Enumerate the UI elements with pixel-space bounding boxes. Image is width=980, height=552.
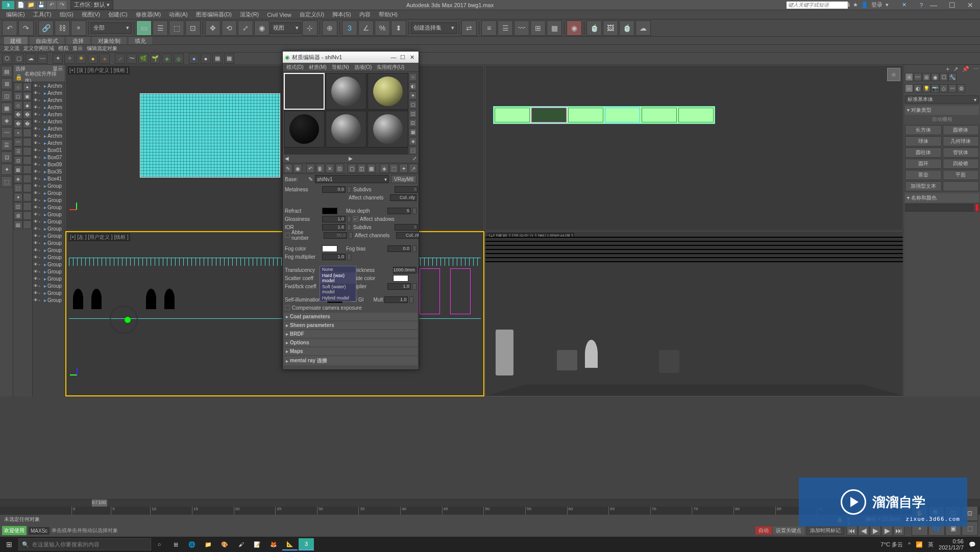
select-window[interactable]: ⊡	[185, 20, 201, 36]
obj-tree[interactable]: 🌿	[138, 54, 149, 64]
rollout-Coat parameters[interactable]: ▸Coat parameters	[284, 313, 418, 320]
scene-item[interactable]: 👁•▸Box41	[33, 175, 65, 182]
seicon-6a[interactable]: 〰	[14, 138, 22, 146]
seicon-15a[interactable]: ▤	[14, 220, 22, 229]
unlink-button[interactable]: ⛓	[55, 20, 70, 36]
render-setup[interactable]: 🍵	[586, 20, 602, 36]
add-time-tag[interactable]: 添加时间标记	[806, 526, 844, 535]
mat-slot-6[interactable]	[368, 111, 408, 147]
mat-type-button[interactable]: VRayMtl	[391, 175, 416, 183]
placement-button[interactable]: ◉	[254, 20, 270, 36]
matmenu-导航(N)[interactable]: 导航(N)	[329, 63, 352, 71]
move-button[interactable]: ✥	[205, 20, 220, 36]
matvtool-6[interactable]: ▦	[409, 128, 417, 136]
workspace-selector[interactable]: 工作区: 默认 ▾	[70, 0, 113, 10]
tray-up[interactable]: ^	[908, 541, 911, 547]
snap-toggle[interactable]: 3	[342, 20, 357, 36]
lefttool-3[interactable]: ▦	[1, 103, 12, 114]
scene-item[interactable]: 👁•▸Group	[33, 268, 65, 275]
manip-button[interactable]: ⊕	[322, 20, 337, 36]
menu-组(G)[interactable]: 组(G)	[56, 10, 78, 19]
play-end[interactable]: ⏭	[893, 525, 904, 536]
help-search[interactable]	[787, 2, 848, 9]
matvtool-7[interactable]: ◈	[409, 137, 417, 145]
scene-item[interactable]: 👁•▸Archm	[33, 118, 65, 125]
scene-item[interactable]: 👁•▸Archm	[33, 132, 65, 139]
seicon-9b[interactable]	[23, 165, 32, 174]
mattb-6[interactable]: ⊡	[335, 164, 344, 173]
matvtool-5[interactable]: ⊡	[409, 119, 417, 127]
ribbonsub-定义空闲区域[interactable]: 定义空闲区域	[23, 45, 54, 52]
help-icon[interactable]: ?	[920, 2, 923, 8]
seicon-0b[interactable]: ●	[23, 83, 32, 91]
create-平面[interactable]: 平面	[943, 170, 979, 180]
seicon-8a[interactable]: ⊡	[14, 156, 22, 165]
schematic-button[interactable]: ⊞	[530, 20, 546, 36]
minimize-button[interactable]: —	[926, 1, 941, 9]
viewport-front[interactable]: 前	[485, 65, 904, 231]
cam-cat[interactable]: 📷	[931, 84, 939, 92]
seicon-13a[interactable]: ◫	[14, 202, 22, 211]
ribbon-toggle[interactable]: ▦	[547, 20, 562, 36]
scene-item[interactable]: 👁•▸Box35	[33, 168, 65, 175]
cp-add-icon[interactable]: +	[946, 66, 949, 73]
light-cat[interactable]: 💡	[922, 84, 930, 92]
maxscript-label[interactable]: MAXSc	[29, 527, 50, 535]
matvtool-4[interactable]: ◫	[409, 110, 417, 118]
cp-pin-icon[interactable]: 📌	[962, 66, 969, 73]
render-prod[interactable]: ☁	[635, 20, 651, 36]
mattb-3[interactable]: ↶	[306, 164, 315, 173]
selection-filter[interactable]: 全部▾	[91, 22, 132, 34]
scroll-right-icon[interactable]: ▶	[349, 156, 353, 163]
curve-editor[interactable]: 〰	[514, 20, 529, 36]
seicon-7b[interactable]	[23, 147, 32, 156]
scene-item[interactable]: 👁•▸Group	[33, 261, 65, 268]
scene-item[interactable]: 👁•▸Group	[33, 246, 65, 254]
rollout-Maps[interactable]: ▸Maps	[284, 347, 418, 355]
lefttool-7[interactable]: ⊡	[1, 152, 12, 163]
info-icon[interactable]: ℹ	[848, 2, 850, 8]
matvtool-2[interactable]: ●	[409, 91, 417, 99]
scene-item[interactable]: 👁•▸Group	[33, 182, 65, 189]
seicon-11a[interactable]: ⬚	[14, 184, 22, 192]
task-edge[interactable]: 🌐	[184, 538, 200, 550]
mattb-1[interactable]: ◉	[293, 164, 302, 173]
mat-slot-3[interactable]	[368, 73, 408, 110]
create-tab[interactable]: ✳	[905, 73, 913, 81]
obj-sun[interactable]: ☀	[76, 54, 86, 64]
scene-item[interactable]: 👁•▸Box07	[33, 154, 65, 161]
task-view[interactable]: ⊞	[168, 538, 183, 550]
ribbon-填充[interactable]: 填充	[129, 37, 152, 44]
undo-button[interactable]: ↶	[2, 20, 17, 36]
translucency-options[interactable]: None Hard (wax) model Soft (water) model…	[320, 266, 356, 302]
scene-item[interactable]: 👁•▸Group	[33, 239, 65, 246]
space-cat[interactable]: 〰	[948, 84, 957, 92]
matmenu-实用程序(U)[interactable]: 实用程序(U)	[374, 63, 407, 71]
matmenu-[interactable]	[407, 63, 412, 71]
bind-button[interactable]: ⚬	[71, 20, 86, 36]
create-[interactable]	[943, 181, 979, 191]
opt-hybrid[interactable]: Hybrid model	[320, 295, 356, 301]
pivot-button[interactable]: ⊹	[302, 20, 317, 36]
obj-wind[interactable]: 〰	[37, 54, 47, 64]
clock-date[interactable]: 2021/12/7	[939, 544, 964, 550]
opt-soft[interactable]: Soft (water) model	[320, 284, 356, 295]
autokey-button[interactable]: 自动	[755, 526, 772, 535]
obj-sphere1[interactable]: ●	[189, 54, 199, 64]
menu-自定义(U)[interactable]: 自定义(U)	[296, 10, 328, 19]
create-四棱锥[interactable]: 四棱锥	[943, 159, 979, 169]
modify-tab[interactable]: 〰	[914, 73, 922, 81]
menu-Civil View[interactable]: Civil View	[263, 10, 295, 19]
menu-工具(T)[interactable]: 工具(T)	[29, 10, 56, 19]
layer-button[interactable]: ☰	[498, 20, 513, 36]
seicon-7a[interactable]: ☰	[14, 147, 22, 156]
matmenu-选项(O)[interactable]: 选项(O)	[352, 63, 374, 71]
task-app1[interactable]: 🎨	[217, 538, 232, 550]
login-link[interactable]: 登录	[871, 1, 883, 9]
play-next[interactable]: ▶	[881, 525, 893, 536]
create-圆柱体[interactable]: 圆柱体	[905, 147, 942, 158]
seicon-10b[interactable]	[23, 174, 32, 183]
ribbonsub-编辑选定对象[interactable]: 编辑选定对象	[87, 45, 117, 52]
select-object[interactable]: ▭	[136, 20, 152, 36]
mattb-9[interactable]: ◫	[357, 164, 366, 173]
